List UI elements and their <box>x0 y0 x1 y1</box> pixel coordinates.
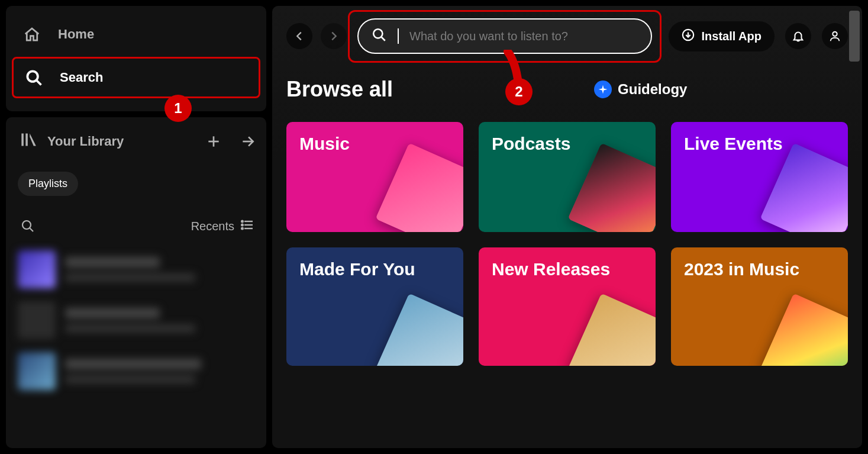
card-label: Made For You <box>299 259 415 279</box>
card-art <box>760 294 848 366</box>
card-label: 2023 in Music <box>684 259 799 279</box>
create-playlist-button[interactable] <box>204 131 224 152</box>
list-icon <box>240 218 254 235</box>
card-art <box>376 294 463 366</box>
watermark: Guidelogy <box>594 81 687 98</box>
svg-point-13 <box>241 220 243 222</box>
profile-button[interactable] <box>822 23 848 49</box>
recents-label: Recents <box>191 220 234 233</box>
card-label: Live Events <box>684 134 783 154</box>
browse-grid: Music Podcasts Live Events Made For You <box>286 122 848 366</box>
playlist-art <box>18 250 56 288</box>
browse-all-heading: Browse all <box>286 77 393 102</box>
scrollbar[interactable] <box>849 11 860 443</box>
library-panel: Your Library Playlists <box>6 117 266 448</box>
card-label: Music <box>299 134 350 154</box>
watermark-icon <box>594 81 612 98</box>
home-icon <box>22 25 41 44</box>
svg-point-15 <box>241 227 243 229</box>
main-panel: Install App 2 Bro <box>272 6 862 448</box>
library-icon <box>20 131 37 152</box>
card-art <box>568 294 656 366</box>
install-app-label: Install App <box>702 30 761 43</box>
nav-forward-button[interactable] <box>321 23 347 49</box>
svg-line-9 <box>30 228 34 232</box>
svg-point-8 <box>22 221 31 229</box>
show-more-arrow[interactable] <box>238 131 258 152</box>
svg-line-17 <box>382 37 385 41</box>
svg-line-1 <box>37 81 41 85</box>
library-search-button[interactable] <box>18 216 38 236</box>
svg-rect-3 <box>25 134 28 146</box>
nav-home-label: Home <box>58 27 94 42</box>
card-music[interactable]: Music <box>286 122 463 232</box>
playlist-list <box>14 250 258 390</box>
text-caret <box>398 28 399 44</box>
card-2023-in-music[interactable]: 2023 in Music <box>671 247 848 366</box>
card-new-releases[interactable]: New Releases <box>479 247 656 366</box>
svg-point-20 <box>832 32 837 36</box>
card-live-events[interactable]: Live Events <box>671 122 848 232</box>
your-library[interactable]: Your Library <box>14 128 204 155</box>
search-icon <box>24 68 43 87</box>
scrollbar-thumb[interactable] <box>849 11 860 62</box>
card-art <box>568 143 656 232</box>
install-app-button[interactable]: Install App <box>669 21 775 51</box>
card-label: New Releases <box>492 259 610 279</box>
playlist-art <box>18 352 56 390</box>
nav-back-button[interactable] <box>286 23 312 49</box>
card-podcasts[interactable]: Podcasts <box>479 122 656 232</box>
nav-panel: Home Search 1 <box>6 6 266 111</box>
list-item[interactable] <box>18 352 254 390</box>
watermark-label: Guidelogy <box>618 81 687 98</box>
playlist-art <box>18 301 56 339</box>
card-label: Podcasts <box>492 134 570 154</box>
download-icon <box>682 28 695 44</box>
your-library-label: Your Library <box>47 134 124 149</box>
list-item[interactable] <box>18 301 254 339</box>
nav-home[interactable]: Home <box>12 15 260 53</box>
search-input[interactable] <box>409 30 638 43</box>
recents-sort[interactable]: Recents <box>191 218 254 235</box>
svg-marker-4 <box>30 134 36 146</box>
search-box[interactable] <box>357 18 652 54</box>
chip-playlists[interactable]: Playlists <box>18 172 78 196</box>
svg-point-14 <box>241 224 243 226</box>
nav-search-label: Search <box>60 70 103 85</box>
nav-search[interactable]: Search <box>12 57 260 98</box>
card-art <box>376 143 463 232</box>
svg-point-16 <box>373 29 382 38</box>
notifications-button[interactable] <box>785 23 811 49</box>
card-art <box>760 143 848 232</box>
svg-rect-2 <box>21 134 24 146</box>
svg-point-0 <box>27 71 38 82</box>
card-made-for-you[interactable]: Made For You <box>286 247 463 366</box>
search-icon <box>372 27 387 45</box>
list-item[interactable] <box>18 250 254 288</box>
topbar: Install App <box>272 6 862 66</box>
